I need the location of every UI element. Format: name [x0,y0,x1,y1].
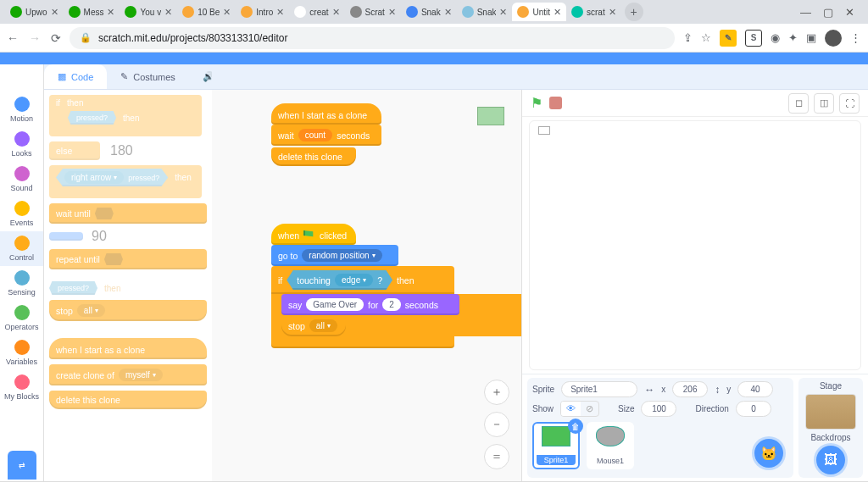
sprite-x-input[interactable]: 206 [672,381,708,397]
tab-close-icon[interactable]: ✕ [554,7,561,18]
bookmark-icon[interactable]: ☆ [701,31,711,44]
browser-tab[interactable]: Snak✕ [401,3,457,21]
tab-close-icon[interactable]: ✕ [51,7,58,18]
category-events[interactable]: Events [0,197,43,231]
zoom-in-button[interactable]: ＋ [484,380,509,405]
share-icon[interactable]: ⇪ [683,31,693,44]
nav-reload-icon[interactable]: ⟳ [51,31,61,45]
profile-avatar-icon[interactable] [825,30,842,47]
extension-dot-icon[interactable]: ◉ [771,31,780,44]
category-motion[interactable]: Motion [0,92,43,127]
sprite-size-input[interactable]: 100 [641,401,676,417]
tab-close-icon[interactable]: ✕ [276,7,284,18]
palette-block-if[interactable]: if then pressed? then [49,95,202,136]
palette-block-stop[interactable]: stop all [49,300,207,321]
block-wait[interactable]: wait count seconds [271,125,381,146]
stage-monitor-icon[interactable] [538,126,550,135]
add-extension-button[interactable]: ⇄ [8,451,36,480]
stage-full-button[interactable]: ⛶ [839,93,860,114]
sprite-name-input[interactable]: Sprite1 [561,381,637,397]
category-looks[interactable]: Looks [0,127,43,162]
block-delete-clone[interactable]: delete this clone [271,147,356,166]
delete-sprite-icon[interactable]: 🗑 [568,419,583,434]
browser-tab[interactable]: Mess✕ [64,3,120,21]
zoom-reset-button[interactable]: ＝ [484,444,509,469]
block-palette[interactable]: if then pressed? then else180 right arro… [44,90,212,481]
browser-tab[interactable]: scrat✕ [566,3,621,21]
palette-block-start-clone[interactable]: when I start as a clone [49,338,207,359]
block-stop-all[interactable]: stop all [281,315,346,336]
stop-button[interactable] [549,97,562,109]
sprite-tile[interactable]: Mouse1 [587,422,634,469]
stage-thumbnail[interactable] [805,394,856,430]
window-restore-icon[interactable]: ▢ [823,6,833,19]
palette-block-create-clone[interactable]: create clone of myself [49,364,207,385]
browser-tab[interactable]: Intro✕ [236,3,289,21]
sprite-y-input[interactable]: 40 [737,381,773,397]
tab-code[interactable]: ▩ Code [44,64,107,89]
block-goto-random[interactable]: go to random position [271,245,398,266]
sprite-tile[interactable]: 🗑Sprite1 [532,422,580,469]
script-clone[interactable]: when I start as a clone wait count secon… [271,103,381,166]
browser-tab[interactable]: creat✕ [289,3,344,21]
extension-s-icon[interactable]: S [745,30,762,47]
script-area[interactable]: when I start as a clone wait count secon… [212,90,522,481]
browser-tab[interactable]: Scrat✕ [345,3,401,21]
tab-costumes[interactable]: ✎ Costumes [107,64,189,89]
block-if-touching[interactable]: if touching edge ? then [271,266,454,294]
sprite-tile-label: Sprite1 [537,455,576,465]
eye-off-icon[interactable]: ⊘ [581,402,598,416]
add-backdrop-button[interactable]: 🖼 [816,446,845,474]
nav-forward-icon[interactable]: → [29,31,41,45]
category-sound[interactable]: Sound [0,162,43,197]
palette-block-delete-clone[interactable]: delete this clone [49,391,207,409]
tab-close-icon[interactable]: ✕ [499,7,507,18]
palette-block-if2[interactable]: right arrow pressed? then [49,165,202,198]
category-control[interactable]: Control [0,231,43,266]
palette-block-else[interactable]: else [49,141,100,160]
tab-close-icon[interactable]: ✕ [107,7,114,18]
green-flag-button[interactable]: ⚑ [531,95,542,111]
eye-icon[interactable]: 👁 [561,402,581,416]
browser-tab[interactable]: 10 Be✕ [177,3,236,21]
browser-tab[interactable]: You v✕ [120,3,177,21]
new-tab-button[interactable]: + [625,3,643,21]
tab-close-icon[interactable]: ✕ [444,7,452,18]
block-touching-edge[interactable]: touching edge ? [287,270,392,290]
block-say-gameover[interactable]: say Game Over for 2 seconds [281,294,459,315]
palette-block-repeat-until[interactable]: repeat until [49,249,207,269]
url-input[interactable]: 🔒 scratch.mit.edu/projects/803313310/edi… [70,27,675,49]
tab-close-icon[interactable]: ✕ [332,7,340,18]
tab-close-icon[interactable]: ✕ [609,7,616,18]
tab-close-icon[interactable]: ✕ [388,7,396,18]
backpack-bar[interactable]: Backpack [0,481,868,488]
window-minimize-icon[interactable]: — [800,6,811,19]
browser-tab[interactable]: Upwo✕ [5,3,64,21]
install-icon[interactable]: ▣ [806,31,816,44]
show-toggle[interactable]: 👁 ⊘ [560,401,599,417]
browser-tab[interactable]: Untit✕ [512,3,566,21]
tab-close-icon[interactable]: ✕ [164,7,172,18]
chrome-menu-icon[interactable]: ⋮ [850,31,861,44]
palette-block-wait-until[interactable]: wait until [49,203,207,224]
zoom-out-button[interactable]: － [484,412,509,437]
category-my-blocks[interactable]: My Blocks [0,370,43,405]
sprite-direction-input[interactable]: 0 [736,401,771,417]
browser-tab[interactable]: Snak✕ [457,3,513,21]
stage-small-button[interactable]: ◻ [788,93,809,114]
category-variables[interactable]: Variables [0,336,43,370]
stage-large-button[interactable]: ◫ [814,93,834,114]
block-when-flag-clicked[interactable]: when clicked [271,224,356,245]
extension-icon[interactable]: ✎ [720,30,737,47]
extensions-menu-icon[interactable]: ✦ [788,31,798,44]
reporter-count[interactable]: count [298,129,332,141]
stage-canvas[interactable] [529,120,861,370]
category-operators[interactable]: Operators [0,301,43,336]
add-sprite-button[interactable]: 🐱 [754,439,783,468]
script-main[interactable]: when clicked go to random position if to… [271,224,521,348]
block-when-start-clone[interactable]: when I start as a clone [271,103,381,125]
nav-back-icon[interactable]: ← [7,31,19,45]
window-close-icon[interactable]: ✕ [845,6,854,19]
tab-close-icon[interactable]: ✕ [223,7,231,18]
category-sensing[interactable]: Sensing [0,266,43,301]
